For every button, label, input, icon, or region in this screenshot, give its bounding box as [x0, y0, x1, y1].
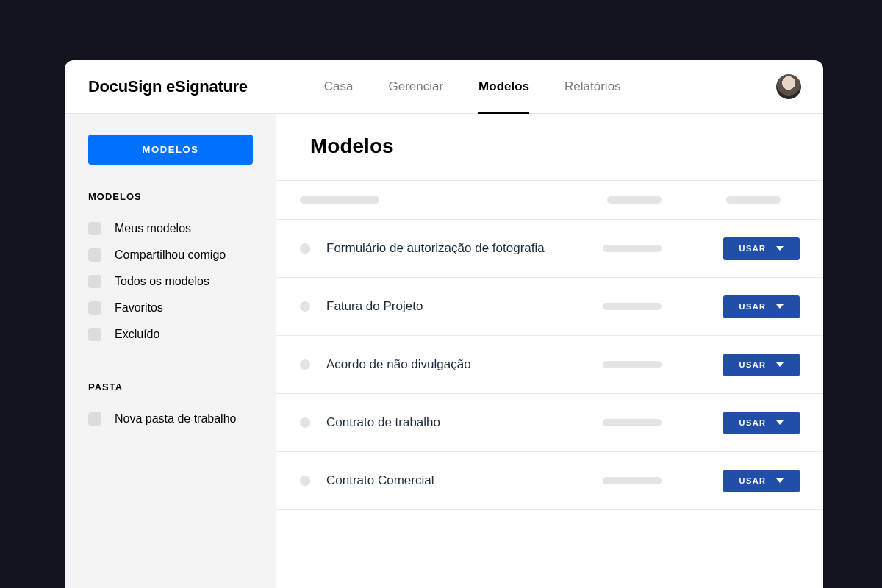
nav-item-relatorios[interactable]: Relatórios — [564, 60, 621, 113]
use-button-label: USAR — [739, 418, 767, 427]
column-header-placeholder — [300, 196, 379, 204]
table-row[interactable]: Formulário de autorização de fotografia … — [276, 220, 823, 278]
caret-down-icon — [776, 362, 784, 367]
use-button-label: USAR — [739, 244, 767, 253]
topnav: Casa Gerenciar Modelos Relatórios — [324, 60, 621, 113]
sidebar-item-label: Compartilhou comigo — [115, 248, 226, 262]
column-header-placeholder — [607, 196, 662, 204]
caret-down-icon — [776, 304, 784, 309]
sidebar-item-favoritos[interactable]: Favoritos — [65, 295, 276, 321]
sidebar-list-pasta: Nova pasta de trabalho — [65, 406, 276, 432]
template-name: Formulário de autorização de fotografia — [326, 241, 545, 256]
use-button[interactable]: USAR — [723, 354, 800, 376]
caret-down-icon — [776, 478, 784, 483]
table-row[interactable]: Contrato Comercial USAR — [276, 452, 823, 510]
use-button[interactable]: USAR — [723, 470, 800, 492]
folder-icon — [88, 275, 101, 288]
sidebar-item-nova-pasta[interactable]: Nova pasta de trabalho — [65, 406, 276, 432]
folder-icon — [88, 301, 101, 315]
sidebar-item-label: Todos os modelos — [115, 275, 209, 288]
folder-icon — [88, 412, 101, 426]
sidebar: MODELOS MODELOS Meus modelos Compartilho… — [65, 114, 276, 588]
main: Modelos Formulário de autorização de fot… — [276, 114, 823, 588]
body: MODELOS MODELOS Meus modelos Compartilho… — [65, 114, 823, 588]
use-button-label: USAR — [739, 476, 767, 485]
app-window: DocuSign eSignature Casa Gerenciar Model… — [65, 60, 823, 588]
sidebar-section-pasta-label: PASTA — [88, 381, 253, 392]
table-header — [276, 180, 823, 220]
sidebar-item-label: Excluído — [115, 328, 159, 341]
sidebar-item-label: Nova pasta de trabalho — [115, 412, 236, 426]
template-name: Contrato Comercial — [326, 473, 434, 488]
meta-placeholder — [603, 303, 662, 310]
meta-placeholder — [603, 477, 662, 484]
status-dot-icon — [300, 301, 310, 312]
nav-item-modelos[interactable]: Modelos — [478, 60, 529, 113]
sidebar-item-todos[interactable]: Todos os modelos — [65, 268, 276, 295]
avatar[interactable] — [776, 74, 801, 99]
status-dot-icon — [300, 417, 310, 428]
use-button-label: USAR — [739, 360, 767, 369]
sidebar-item-excluido[interactable]: Excluído — [65, 321, 276, 348]
status-dot-icon — [300, 243, 310, 254]
template-name: Contrato de trabalho — [326, 415, 440, 430]
table-row[interactable]: Acordo de não divulgação USAR — [276, 336, 823, 394]
caret-down-icon — [776, 246, 784, 251]
use-button[interactable]: USAR — [723, 295, 800, 318]
column-header-placeholder — [726, 196, 781, 204]
status-dot-icon — [300, 476, 310, 486]
use-button[interactable]: USAR — [723, 412, 800, 434]
template-name: Fatura do Projeto — [326, 299, 423, 314]
nav-item-gerenciar[interactable]: Gerenciar — [388, 60, 443, 113]
meta-placeholder — [603, 361, 662, 368]
use-button-label: USAR — [739, 302, 767, 311]
sidebar-section-modelos-label: MODELOS — [88, 191, 253, 202]
status-dot-icon — [300, 359, 310, 370]
use-button[interactable]: USAR — [723, 237, 800, 260]
sidebar-item-label: Meus modelos — [115, 222, 191, 235]
table-row[interactable]: Fatura do Projeto USAR — [276, 278, 823, 336]
sidebar-item-meus-modelos[interactable]: Meus modelos — [65, 215, 276, 242]
meta-placeholder — [603, 245, 662, 252]
folder-icon — [88, 248, 101, 262]
nav-item-casa[interactable]: Casa — [324, 60, 354, 113]
logo: DocuSign eSignature — [88, 77, 248, 96]
caret-down-icon — [776, 420, 784, 425]
page-title: Modelos — [276, 114, 823, 180]
meta-placeholder — [603, 419, 662, 426]
table-row[interactable]: Contrato de trabalho USAR — [276, 394, 823, 452]
folder-icon — [88, 222, 101, 235]
folder-icon — [88, 328, 101, 341]
sidebar-item-label: Favoritos — [115, 301, 163, 315]
topbar: DocuSign eSignature Casa Gerenciar Model… — [65, 60, 823, 114]
sidebar-item-compartilhou[interactable]: Compartilhou comigo — [65, 242, 276, 268]
sidebar-list-modelos: Meus modelos Compartilhou comigo Todos o… — [65, 215, 276, 348]
sidebar-primary-button[interactable]: MODELOS — [88, 135, 253, 165]
template-name: Acordo de não divulgação — [326, 357, 471, 372]
